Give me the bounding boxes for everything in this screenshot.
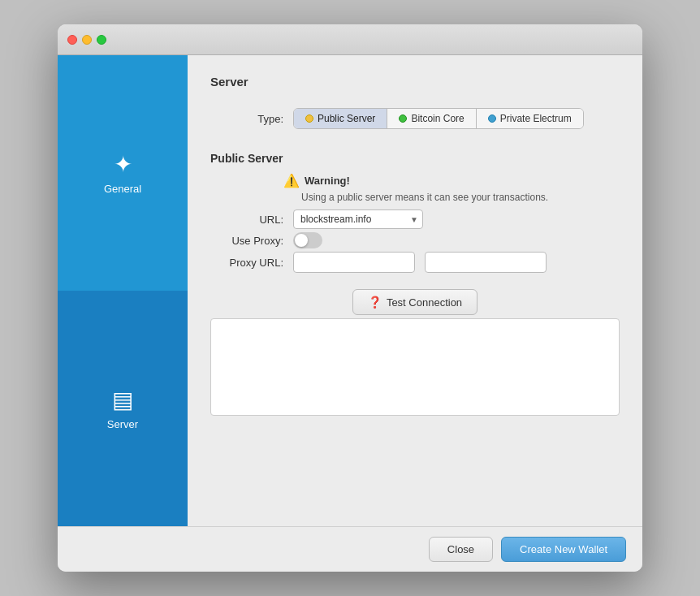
proxy-port-input[interactable] bbox=[425, 252, 547, 273]
log-area bbox=[210, 318, 620, 416]
type-row: Type: Public Server Bitcoin Core Private… bbox=[210, 108, 620, 129]
warning-icon: ⚠️ bbox=[283, 173, 300, 188]
sidebar: ✦ General ▤ Server bbox=[58, 55, 188, 526]
type-label: Type: bbox=[210, 113, 283, 125]
server-section-title: Server bbox=[210, 75, 620, 89]
public-server-dot bbox=[305, 114, 313, 123]
seg-bitcoin-core[interactable]: Bitcoin Core bbox=[387, 109, 476, 128]
sidebar-item-general[interactable]: ✦ General bbox=[58, 55, 188, 291]
warning-header: ⚠️ Warning! bbox=[283, 173, 620, 188]
use-proxy-row: Use Proxy: bbox=[210, 232, 620, 248]
use-proxy-toggle[interactable] bbox=[293, 232, 322, 248]
server-icon: ▤ bbox=[112, 387, 133, 413]
traffic-lights bbox=[67, 35, 106, 45]
seg-public-server[interactable]: Public Server bbox=[294, 109, 387, 128]
url-select-wrapper: blockstream.info electrum.bitaroo.net cu… bbox=[293, 209, 423, 229]
proxy-url-row: Proxy URL: bbox=[210, 252, 620, 273]
warning-box: ⚠️ Warning! Using a public server means … bbox=[283, 173, 620, 203]
sidebar-item-server-label: Server bbox=[107, 418, 138, 430]
private-electrum-label: Private Electrum bbox=[500, 113, 572, 124]
test-connection-label: Test Connection bbox=[387, 296, 462, 309]
warning-title: Warning! bbox=[305, 175, 350, 187]
url-row: URL: blockstream.info electrum.bitaroo.n… bbox=[210, 209, 620, 229]
toggle-knob bbox=[295, 234, 308, 247]
main-window: ✦ General ▤ Server Server Type: Public S… bbox=[58, 24, 642, 572]
public-server-label: Public Server bbox=[318, 113, 375, 124]
sidebar-item-general-label: General bbox=[104, 183, 141, 195]
use-proxy-label: Use Proxy: bbox=[210, 235, 283, 247]
proxy-host-input[interactable] bbox=[293, 252, 415, 273]
create-label: Create New Wallet bbox=[520, 543, 607, 555]
public-server-subtitle: Public Server bbox=[210, 152, 620, 165]
close-button[interactable] bbox=[67, 35, 77, 45]
bitcoin-core-dot bbox=[399, 114, 407, 123]
close-button[interactable]: Close bbox=[429, 537, 493, 562]
server-type-control: Public Server Bitcoin Core Private Elect… bbox=[293, 108, 584, 129]
create-new-wallet-button[interactable]: Create New Wallet bbox=[501, 537, 626, 562]
maximize-button[interactable] bbox=[97, 35, 106, 45]
seg-private-electrum[interactable]: Private Electrum bbox=[477, 109, 583, 128]
footer: Close Create New Wallet bbox=[58, 526, 642, 572]
proxy-url-label: Proxy URL: bbox=[210, 257, 283, 269]
sidebar-item-server[interactable]: ▤ Server bbox=[58, 291, 188, 526]
minimize-button[interactable] bbox=[82, 35, 92, 45]
content-area: Server Type: Public Server Bitcoin Core bbox=[188, 55, 642, 526]
main-content: ✦ General ▤ Server Server Type: Public S… bbox=[58, 55, 642, 526]
private-electrum-dot bbox=[488, 114, 496, 123]
public-server-subsection: Public Server ⚠️ Warning! Using a public… bbox=[210, 145, 620, 416]
bitcoin-core-label: Bitcoin Core bbox=[411, 113, 464, 124]
question-icon: ❓ bbox=[368, 296, 382, 309]
general-icon: ✦ bbox=[114, 151, 132, 178]
warning-text: Using a public server means it can see y… bbox=[301, 192, 620, 203]
close-label: Close bbox=[447, 543, 474, 555]
test-connection-button[interactable]: ❓ Test Connection bbox=[352, 289, 477, 315]
url-select[interactable]: blockstream.info electrum.bitaroo.net cu… bbox=[293, 209, 423, 229]
title-bar bbox=[58, 24, 642, 55]
url-label: URL: bbox=[210, 214, 283, 226]
